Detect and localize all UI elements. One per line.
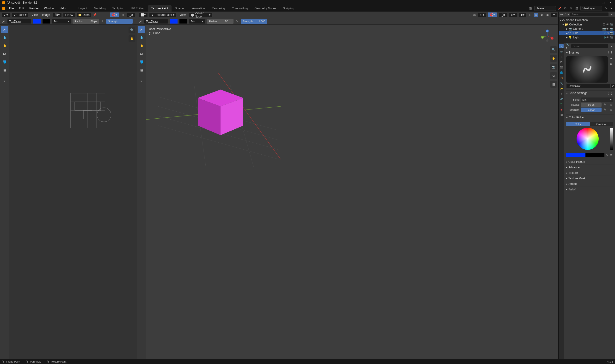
camera-view-icon[interactable]: 📷 bbox=[550, 64, 557, 70]
pan-icon[interactable]: ✋ bbox=[129, 35, 135, 42]
radius-3d-pen-icon[interactable]: ✎ bbox=[235, 19, 239, 24]
smear-tool-3d[interactable]: 👆 bbox=[138, 42, 145, 49]
gizmo-3d-dropdown[interactable]: ⊕▾ bbox=[509, 13, 517, 17]
brush-settings-header[interactable]: ▾ Brush Settings⋮⋮ bbox=[566, 90, 614, 96]
shading-solid-icon[interactable]: ◉ bbox=[534, 13, 538, 17]
layers-icon[interactable]: ⧉ bbox=[550, 72, 557, 79]
view-menu-3d[interactable]: View bbox=[178, 13, 187, 17]
annotate-tool-3d[interactable]: ✎ bbox=[138, 78, 145, 85]
draw-tool-3d[interactable]: 🖌 bbox=[138, 26, 145, 33]
fill-tool[interactable]: 🪣 bbox=[1, 58, 8, 65]
strength-3d-slider[interactable]: Strength1.000 bbox=[241, 19, 267, 24]
viewport-3d-canvas[interactable]: User Perspective (1) Cube X Y Z 🔍 ✋ 📷 ⧉ … bbox=[146, 25, 558, 359]
menu-window[interactable]: Window bbox=[41, 6, 57, 11]
editor-type-dropdown[interactable]: 🖌▾ bbox=[1, 13, 10, 17]
swap-colors-icon[interactable]: ⟲ bbox=[604, 153, 609, 157]
viewlayer-icon[interactable]: 🖼 bbox=[575, 6, 579, 11]
annotate-tool[interactable]: ✎ bbox=[1, 78, 8, 85]
snap-dropdown[interactable]: 🧲▾ bbox=[110, 13, 119, 17]
strength-prop[interactable]: 1.000 bbox=[581, 108, 602, 112]
strength-pressure-icon[interactable]: ✎ bbox=[603, 108, 607, 112]
tree-camera[interactable]: ▸ 📷 Camera 📷 👁 📷 bbox=[559, 27, 615, 31]
tree-scene-collection[interactable]: ▾ 🗂 Scene Collection bbox=[559, 18, 615, 22]
tree-collection[interactable]: ▾ 📁 Collection ☑ 👁 📷 bbox=[559, 22, 615, 27]
brush-name-field[interactable] bbox=[7, 19, 31, 24]
image-canvas[interactable]: 🔍 ✋ bbox=[9, 25, 137, 359]
panel-advanced[interactable]: Advanced bbox=[566, 165, 614, 170]
value-slider[interactable] bbox=[610, 128, 613, 150]
scene-name-input[interactable] bbox=[534, 6, 556, 11]
shading-material-icon[interactable]: ◉ bbox=[540, 13, 544, 17]
tab-physics[interactable]: ⚛ bbox=[559, 91, 564, 96]
shading-dropdown[interactable]: ▾ bbox=[551, 13, 557, 17]
ws-layout[interactable]: Layout bbox=[75, 5, 91, 12]
tab-scene[interactable]: 🎬 bbox=[559, 65, 564, 69]
proportional-dropdown[interactable]: ◯▾ bbox=[498, 13, 507, 17]
panel-stroke[interactable]: Stroke bbox=[566, 181, 614, 187]
gradient-tab[interactable]: Gradient bbox=[590, 122, 613, 126]
brush-preview[interactable] bbox=[566, 56, 608, 83]
radius-slider[interactable]: Radius50 px bbox=[73, 19, 99, 24]
color-tab[interactable]: Color bbox=[566, 122, 590, 126]
image-datablock[interactable]: 🖼▾ bbox=[53, 13, 62, 17]
close-button[interactable]: ✕ bbox=[608, 1, 613, 4]
props-icon[interactable]: 🔧▾ bbox=[566, 44, 570, 48]
menu-render[interactable]: Render bbox=[27, 6, 41, 11]
tab-object[interactable]: ▢ bbox=[559, 76, 564, 80]
tree-cube[interactable]: ▸ ▽ Cube ▽ 👁 📷 bbox=[559, 31, 615, 35]
primary-color-3d[interactable] bbox=[170, 19, 178, 24]
mask-tool-3d[interactable]: ▦ bbox=[138, 66, 145, 74]
tab-data[interactable]: ▽ bbox=[559, 102, 564, 106]
panel-texture[interactable]: Texture bbox=[566, 170, 614, 176]
mode-dropdown[interactable]: 🖌 Paint ▾ bbox=[12, 13, 28, 17]
properties-search[interactable] bbox=[571, 44, 608, 48]
soften-tool[interactable]: 💧 bbox=[1, 34, 8, 41]
ws-uv-editing[interactable]: UV Editing bbox=[128, 5, 148, 12]
snap-3d-dropdown[interactable]: 🧲▾ bbox=[488, 13, 497, 17]
ws-texture-paint[interactable]: Texture Paint bbox=[148, 5, 172, 12]
perspective-icon[interactable]: ▦ bbox=[550, 81, 557, 88]
tab-material[interactable]: ◉ bbox=[559, 107, 564, 112]
radius-pen-icon[interactable]: ✎ bbox=[100, 19, 105, 24]
zoom-3d-icon[interactable]: 🔍 bbox=[550, 46, 557, 53]
app-icon[interactable] bbox=[2, 7, 5, 10]
tab-output[interactable]: 🖨 bbox=[559, 54, 564, 59]
panel-color-palette[interactable]: Color Palette bbox=[566, 159, 614, 165]
overlay-3d-dropdown[interactable]: ◐▾ bbox=[518, 13, 527, 17]
shading-rendered-icon[interactable]: ◉ bbox=[545, 13, 550, 17]
ws-modeling[interactable]: Modeling bbox=[91, 5, 109, 12]
tab-particles[interactable]: ✨ bbox=[559, 86, 564, 91]
color-settings-icon[interactable]: ⚙ bbox=[609, 153, 613, 157]
ws-geometry-nodes[interactable]: Geometry Nodes bbox=[251, 5, 280, 12]
props-options-icon[interactable]: ▾ bbox=[609, 44, 614, 48]
tab-constraints[interactable]: 🔗 bbox=[559, 97, 564, 101]
pan-3d-icon[interactable]: ✋ bbox=[550, 55, 557, 62]
brush-name-3d[interactable] bbox=[144, 19, 168, 24]
ws-rendering[interactable]: Rendering bbox=[208, 5, 228, 12]
view-menu[interactable]: View bbox=[30, 13, 39, 17]
tab-texture[interactable]: ▦ bbox=[559, 113, 564, 117]
tab-modifiers[interactable]: 🔧 bbox=[559, 81, 564, 85]
viewlayer-delete-icon[interactable]: ✕ bbox=[609, 6, 614, 11]
secondary-color-swatch[interactable] bbox=[42, 19, 51, 24]
secondary-color-3d[interactable] bbox=[179, 19, 187, 24]
blend-3d-dropdown[interactable]: Mix▾ bbox=[189, 19, 206, 24]
draw-tool[interactable]: 🖌 bbox=[1, 26, 8, 33]
panel-falloff[interactable]: Falloff bbox=[566, 187, 614, 192]
minimize-button[interactable]: — bbox=[593, 1, 598, 4]
clone-tool-3d[interactable]: 🖃 bbox=[138, 50, 145, 57]
color-picker-header[interactable]: ▾ Color Picker bbox=[566, 115, 614, 120]
open-image-button[interactable]: 📁 Open bbox=[76, 13, 91, 17]
menu-file[interactable]: File bbox=[7, 6, 16, 11]
xray-icon[interactable]: ⊡ bbox=[528, 13, 532, 17]
viewlayer-input[interactable] bbox=[580, 6, 602, 11]
ws-scripting[interactable]: Scripting bbox=[280, 5, 298, 12]
tab-viewlayer[interactable]: 🖼 bbox=[559, 60, 564, 64]
tab-world[interactable]: 🌐 bbox=[559, 70, 564, 75]
ws-compositing[interactable]: Compositing bbox=[228, 5, 251, 12]
tab-render[interactable]: 📷 bbox=[559, 49, 564, 53]
mode-3d-dropdown[interactable]: 🖌 Texture Paint ▾ bbox=[149, 13, 176, 17]
radius-prop[interactable]: 50 px bbox=[581, 103, 602, 107]
zoom-icon[interactable]: 🔍 bbox=[129, 27, 135, 33]
ws-sculpting[interactable]: Sculpting bbox=[109, 5, 128, 12]
